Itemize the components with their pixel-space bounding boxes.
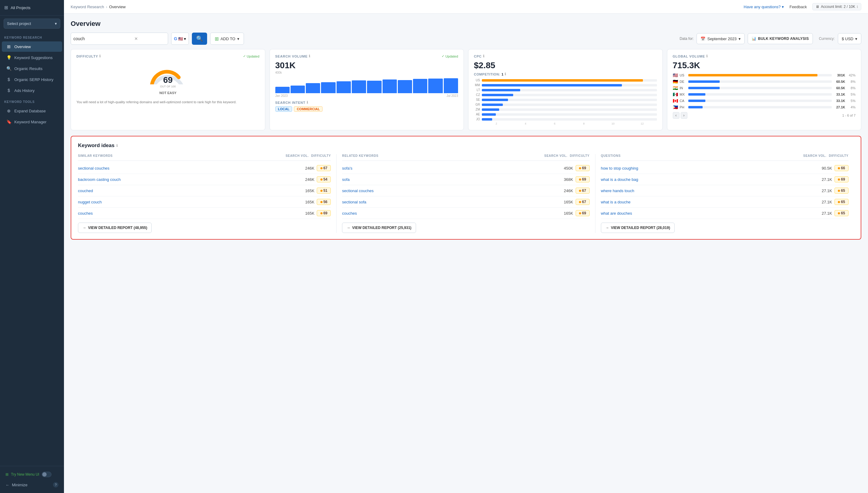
cpc-info-icon[interactable]: ℹ [483,54,485,58]
ki-info-icon[interactable]: ℹ [117,144,118,148]
country-row-gr: GR [474,103,657,106]
search-intent: SEARCH INTENT ℹ LOCAL COMMERCIAL [275,101,458,112]
flag-in: 🇮🇳 [673,86,678,90]
intent-info-icon[interactable]: ℹ [307,101,308,104]
table-row: where hands touch 27.1K 65 [601,185,848,196]
difficulty-info-icon[interactable]: ℹ [99,54,101,58]
project-select[interactable]: Select project ▾ [4,19,60,29]
country-row-cz: CZ [474,93,657,97]
calendar-icon: 📅 [700,37,705,41]
country-row-us: US [474,79,657,82]
google-icon: G [174,36,177,41]
add-to-button[interactable]: ⊞ ADD TO ▾ [210,33,244,45]
similar-view-report-button[interactable]: → VIEW DETAILED REPORT (48,955) [78,222,152,233]
account-icon: 🖥 [816,4,819,9]
bar-3 [306,83,320,93]
search-input[interactable] [73,36,134,41]
data-for-select[interactable]: 📅 September 2023 ▾ [697,33,744,44]
keyword-suggestions-icon: 💡 [6,55,12,60]
question-keyword-2[interactable]: what is a douche bag [601,177,822,182]
flag-icon: 🇺🇸 [178,37,183,41]
related-keyword-5[interactable]: couches [342,211,564,216]
sidebar-item-organic-serp-history[interactable]: $ Organic SERP History [2,74,62,85]
question-keyword-4[interactable]: what is a douche [601,200,822,204]
have-questions-link[interactable]: Have any questions? ▾ [744,4,784,9]
clear-icon[interactable]: ✕ [134,36,138,41]
organic-results-icon: 🔍 [6,66,12,71]
related-keyword-2[interactable]: sofa [342,177,564,182]
related-keyword-1[interactable]: sofa's [342,166,564,171]
related-view-report-button[interactable]: → VIEW DETAILED REPORT (25,931) [342,222,416,233]
minimize-button[interactable]: ← Minimize ? [4,479,60,490]
bar-7 [367,81,381,93]
metrics-row: DIFFICULTY ℹ ✓ Updated [71,49,861,130]
intent-badges: LOCAL COMMERCIAL [275,106,458,112]
sidebar-item-keyword-suggestions[interactable]: 💡 Keyword Suggestions [2,52,62,63]
search-volume-card: SEARCH VOLUME ℹ ✓ Updated 301K 400k [270,49,464,130]
sidebar-item-overview[interactable]: ⊞ Overview [2,41,62,52]
country-bar-lt [482,89,657,91]
sidebar-item-keyword-manager[interactable]: 🔖 Keyword Manager [2,116,62,127]
difficulty-gauge: 69 OUT OF 100 NOT EASY [77,61,259,97]
table-row: what is a douche 27.1K 65 [601,196,848,208]
badge-commercial: COMMERCIAL [294,106,322,112]
related-keyword-3[interactable]: sectional couches [342,189,564,193]
cl-row-ca: 🇨🇦 CA 33.1K 5% [673,98,856,103]
try-new-ui-toggle[interactable] [42,472,51,477]
diff-badge-2: 54 [317,176,331,183]
similar-keyword-2[interactable]: backroom casting couch [78,177,305,182]
gv-info-icon[interactable]: ℹ [706,54,708,58]
feedback-button[interactable]: Feedback [789,4,807,9]
competition-info-icon[interactable]: ℹ [505,72,506,76]
similar-keyword-4[interactable]: nugget couch [78,200,305,204]
sidebar-item-organic-results[interactable]: 🔍 Organic Results [2,63,62,74]
country-row-zm: ZM [474,108,657,111]
sidebar-all-projects-label[interactable]: All Projects [10,5,30,10]
ki-col-similar: SIMILAR KEYWORDS SEARCH VOL. DIFFICULTY … [78,154,337,233]
chart-labels: Jan 2023 Jul 2023 [275,94,458,98]
chevron-down-icon: ▾ [184,37,186,41]
similar-keyword-3[interactable]: couched [78,189,305,193]
diff-badge-5: 69 [317,210,331,216]
bulk-keyword-analysis-button[interactable]: 📊 BULK KEYWORD ANALYSIS [748,33,813,44]
similar-keyword-1[interactable]: sectional couches [78,166,305,171]
breadcrumb-keyword-research[interactable]: Keyword Research [71,4,104,9]
questions-view-report-button[interactable]: → VIEW DETAILED REPORT (28,019) [601,222,675,233]
overview-icon: ⊞ [6,44,12,49]
ads-history-icon: $ [6,88,12,93]
question-keyword-3[interactable]: where hands touch [601,189,822,193]
sidebar-item-ads-history[interactable]: $ Ads History [2,85,62,95]
sv-info-icon[interactable]: ℹ [309,54,310,58]
gauge-visual: 69 [150,63,186,84]
cpc-card: CPC ℹ $2.85 COMPETITION: 1 ℹ US [468,49,663,130]
bulk-icon: 📊 [751,37,756,41]
gv-nav: ‹ › [673,112,687,119]
sidebar-item-expand-database[interactable]: ⊕ Expand Database [2,106,62,116]
diff-badge-r4: 67 [576,199,590,205]
question-keyword-5[interactable]: what are douches [601,211,822,216]
search-button[interactable]: 🔍 [192,33,207,45]
question-keyword-1[interactable]: how to stop coughing [601,166,822,171]
google-flag-selector[interactable]: G 🇺🇸 ▾ [171,33,189,45]
difficulty-label: NOT EASY [159,91,176,95]
flag-ph: 🇵🇭 [673,105,678,110]
diff-badge-r3: 67 [576,188,590,194]
ki-grid: SIMILAR KEYWORDS SEARCH VOL. DIFFICULTY … [78,154,854,233]
related-keyword-4[interactable]: sectional sofa [342,200,564,204]
diff-badge-q1: 66 [834,165,848,171]
difficulty-updated: ✓ Updated [243,54,259,58]
table-row: couches 165K 69 [342,208,589,219]
try-new-ui[interactable]: ⊞ Try New Menu UI [4,469,60,479]
table-row: backroom casting couch 246K 54 [78,174,331,185]
sv-scale: 400k [275,71,458,74]
bar-6 [352,80,366,93]
currency-select[interactable]: $ USD ▾ [838,33,861,44]
bar-4 [321,82,335,93]
sidebar-item-label: Keyword Suggestions [14,56,53,60]
similar-keyword-5[interactable]: couches [78,211,305,216]
gv-next-button[interactable]: › [681,112,687,119]
gv-prev-button[interactable]: ‹ [673,112,679,119]
sv-updated: ✓ Updated [442,54,458,58]
flag-ca: 🇨🇦 [673,98,678,103]
cl-row-us: 🇺🇸 US 301K 42% [673,73,856,78]
